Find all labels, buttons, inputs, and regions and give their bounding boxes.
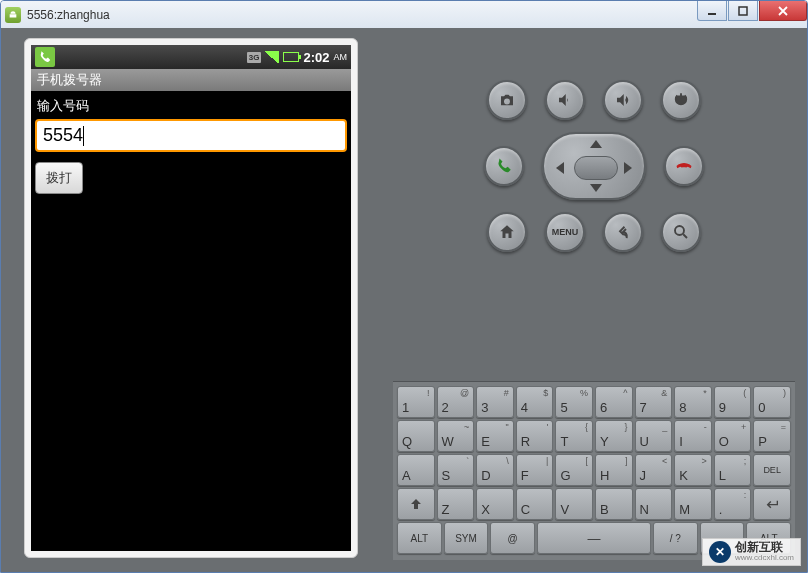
key-b[interactable]: B	[595, 488, 633, 520]
app-body: 输入号码 5554 拨打	[31, 91, 351, 198]
key-5[interactable]: 5%	[555, 386, 593, 418]
clock-ampm: AM	[334, 52, 348, 62]
android-statusbar: 3G 2:02 AM	[31, 45, 351, 69]
menu-button[interactable]: MENU	[545, 212, 585, 252]
dpad	[542, 132, 646, 200]
key-del[interactable]: DEL	[753, 454, 791, 486]
network-icon: 3G	[247, 52, 262, 63]
key-o[interactable]: O+	[714, 420, 752, 452]
hardware-controls: MENU	[393, 40, 795, 272]
text-cursor	[83, 126, 84, 146]
key-7[interactable]: 7&	[635, 386, 673, 418]
dpad-down[interactable]	[590, 184, 602, 192]
device-frame: 3G 2:02 AM 手机拨号器 输入号码 5554	[24, 38, 358, 558]
kb-row-4: ZXCVBNM.:	[397, 488, 791, 520]
home-button[interactable]	[487, 212, 527, 252]
dpad-left[interactable]	[556, 162, 564, 174]
android-icon	[5, 7, 21, 23]
key-u[interactable]: U_	[635, 420, 673, 452]
watermark-url: www.cdcxhl.com	[735, 554, 794, 563]
clock-time: 2:02	[303, 50, 329, 65]
volume-up-button[interactable]	[603, 80, 643, 120]
key-h[interactable]: H]	[595, 454, 633, 486]
key-6[interactable]: 6^	[595, 386, 633, 418]
minimize-button[interactable]	[697, 1, 727, 21]
svg-point-2	[675, 226, 684, 235]
camera-button[interactable]	[487, 80, 527, 120]
key-t[interactable]: T{	[555, 420, 593, 452]
key-space[interactable]: —	[537, 522, 651, 554]
key-i[interactable]: I-	[674, 420, 712, 452]
window-buttons	[696, 1, 807, 21]
key-shift[interactable]	[397, 488, 435, 520]
device-panel: 3G 2:02 AM 手机拨号器 输入号码 5554	[1, 28, 381, 572]
call-button[interactable]	[484, 146, 524, 186]
key-slash[interactable]: / ?	[653, 522, 698, 554]
key-l[interactable]: L;	[714, 454, 752, 486]
device-screen: 3G 2:02 AM 手机拨号器 输入号码 5554	[31, 45, 351, 551]
kb-row-3: AS`D\F|G[H]J<K>L;DEL	[397, 454, 791, 486]
key-j[interactable]: J<	[635, 454, 673, 486]
input-value: 5554	[43, 125, 83, 146]
key-8[interactable]: 8*	[674, 386, 712, 418]
svg-rect-1	[739, 7, 747, 15]
key-w[interactable]: W~	[437, 420, 475, 452]
key-a[interactable]: A	[397, 454, 435, 486]
key-p[interactable]: P=	[753, 420, 791, 452]
emulator-window: 5556:zhanghua 3G	[0, 0, 808, 573]
key-3[interactable]: 3#	[476, 386, 514, 418]
key-q[interactable]: Q	[397, 420, 435, 452]
key-f[interactable]: F|	[516, 454, 554, 486]
dial-button[interactable]: 拨打	[35, 162, 83, 194]
battery-icon	[283, 52, 299, 62]
svg-rect-0	[708, 13, 716, 15]
hardware-keyboard: 1!2@3#4$5%6^7&8*9(0) QW~E"R'T{Y}U_I-O+P=…	[393, 381, 795, 560]
key-k[interactable]: K>	[674, 454, 712, 486]
key-4[interactable]: 4$	[516, 386, 554, 418]
app-title: 手机拨号器	[31, 69, 351, 91]
key-s[interactable]: S`	[437, 454, 475, 486]
key-r[interactable]: R'	[516, 420, 554, 452]
phone-number-input[interactable]: 5554	[35, 119, 347, 152]
power-button[interactable]	[661, 80, 701, 120]
key-9[interactable]: 9(	[714, 386, 752, 418]
key-c[interactable]: C	[516, 488, 554, 520]
key-m[interactable]: M	[674, 488, 712, 520]
dpad-right[interactable]	[624, 162, 632, 174]
dpad-center[interactable]	[574, 156, 618, 180]
watermark-logo: ✕	[709, 541, 731, 563]
key-2[interactable]: 2@	[437, 386, 475, 418]
key-x[interactable]: X	[476, 488, 514, 520]
search-button[interactable]	[661, 212, 701, 252]
close-button[interactable]	[759, 1, 807, 21]
end-call-button[interactable]	[664, 146, 704, 186]
key-y[interactable]: Y}	[595, 420, 633, 452]
key-e[interactable]: E"	[476, 420, 514, 452]
key-0[interactable]: 0)	[753, 386, 791, 418]
signal-icon	[265, 51, 279, 63]
kb-row-1: 1!2@3#4$5%6^7&8*9(0)	[397, 386, 791, 418]
input-label: 输入号码	[35, 95, 347, 119]
key-at[interactable]: @	[490, 522, 535, 554]
key-n[interactable]: N	[635, 488, 673, 520]
phone-icon	[35, 47, 55, 67]
window-title: 5556:zhanghua	[27, 8, 110, 22]
key-enter[interactable]	[753, 488, 791, 520]
volume-down-button[interactable]	[545, 80, 585, 120]
key-sym[interactable]: SYM	[444, 522, 489, 554]
dpad-up[interactable]	[590, 140, 602, 148]
emulator-content: 3G 2:02 AM 手机拨号器 输入号码 5554	[1, 28, 807, 572]
key-g[interactable]: G[	[555, 454, 593, 486]
key-z[interactable]: Z	[437, 488, 475, 520]
key-v[interactable]: V	[555, 488, 593, 520]
back-button[interactable]	[603, 212, 643, 252]
kb-row-2: QW~E"R'T{Y}U_I-O+P=	[397, 420, 791, 452]
key-1[interactable]: 1!	[397, 386, 435, 418]
key-.[interactable]: .:	[714, 488, 752, 520]
maximize-button[interactable]	[728, 1, 758, 21]
key-d[interactable]: D\	[476, 454, 514, 486]
watermark: ✕ 创新互联 www.cdcxhl.com	[702, 538, 801, 566]
window-titlebar: 5556:zhanghua	[1, 1, 807, 28]
key-alt[interactable]: ALT	[397, 522, 442, 554]
controls-panel: MENU 1!2@3#4$5%6^7&8*9(0) QW~E"R'T{Y}U_I…	[381, 28, 807, 572]
